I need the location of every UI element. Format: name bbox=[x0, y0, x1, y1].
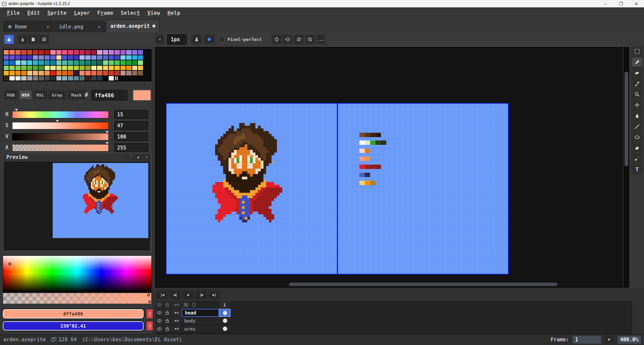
palette-swatch[interactable] bbox=[27, 76, 33, 81]
palette-swatch[interactable] bbox=[138, 65, 143, 71]
layer-cel[interactable] bbox=[219, 325, 231, 333]
palette-swatch[interactable] bbox=[120, 60, 126, 65]
new-doc-button[interactable] bbox=[28, 35, 38, 44]
save-button[interactable] bbox=[17, 35, 28, 44]
palette-swatch[interactable] bbox=[73, 76, 79, 81]
palette-swatch[interactable] bbox=[132, 55, 138, 60]
hex-color-input[interactable]: ffa486 bbox=[91, 90, 128, 101]
layer-row-head[interactable]: head bbox=[155, 309, 231, 317]
palette-swatch[interactable] bbox=[56, 50, 62, 55]
palette-swatch[interactable] bbox=[97, 65, 102, 71]
slider-marker[interactable] bbox=[56, 120, 59, 124]
palette-swatch[interactable] bbox=[126, 50, 132, 55]
palette-swatch[interactable] bbox=[85, 50, 91, 55]
no-symmetry-a-button[interactable] bbox=[294, 35, 304, 44]
palette-swatch[interactable] bbox=[15, 70, 21, 76]
palette-swatch[interactable] bbox=[97, 70, 102, 76]
palette-swatch[interactable] bbox=[15, 50, 21, 55]
palette-swatch[interactable] bbox=[85, 76, 91, 81]
palette-swatch[interactable] bbox=[79, 55, 85, 60]
palette-swatch[interactable] bbox=[73, 65, 79, 71]
header-eye-icon[interactable] bbox=[155, 301, 163, 309]
palette-swatch[interactable] bbox=[56, 76, 62, 81]
palette-swatch[interactable] bbox=[97, 50, 102, 55]
palette-swatch[interactable] bbox=[3, 55, 9, 60]
color-mode-gray[interactable]: Gray bbox=[48, 90, 66, 100]
tab-close-icon[interactable]: × bbox=[47, 24, 49, 30]
palette-swatch[interactable] bbox=[9, 70, 15, 76]
palette-swatch[interactable] bbox=[108, 55, 114, 60]
palette-swatch[interactable] bbox=[126, 70, 132, 76]
palette-swatch[interactable] bbox=[79, 76, 85, 81]
first-frame-button[interactable]: |◀ bbox=[156, 290, 168, 299]
palette-swatch[interactable] bbox=[126, 55, 132, 60]
slider-marker[interactable] bbox=[105, 142, 109, 146]
palette-swatch[interactable] bbox=[138, 55, 143, 60]
color-spectrum-picker[interactable] bbox=[3, 255, 152, 292]
palette-swatch[interactable] bbox=[73, 60, 79, 65]
tool-rectangular-marquee[interactable] bbox=[632, 46, 642, 56]
palette-swatch[interactable] bbox=[27, 55, 33, 60]
layer-visibility-icon[interactable] bbox=[155, 317, 163, 325]
color-mode-hsv[interactable]: HSV bbox=[19, 90, 32, 100]
header-settings-icon[interactable] bbox=[182, 301, 190, 309]
palette-swatch[interactable] bbox=[138, 60, 143, 65]
palette-swatch[interactable] bbox=[91, 50, 97, 55]
palette-swatch[interactable] bbox=[91, 65, 97, 71]
frame-add-button[interactable]: + bbox=[605, 335, 613, 344]
frame-number-input[interactable]: 1 bbox=[572, 335, 602, 344]
menu-item-view[interactable]: View bbox=[144, 9, 164, 17]
palette-swatch[interactable] bbox=[56, 60, 62, 65]
tool-ellipse[interactable] bbox=[632, 132, 642, 142]
layer-visibility-icon[interactable] bbox=[155, 325, 163, 333]
palette-swatch[interactable] bbox=[15, 76, 21, 81]
no-symmetry-b-button[interactable] bbox=[305, 35, 315, 44]
palette-swatch[interactable] bbox=[103, 50, 108, 55]
slider-marker[interactable] bbox=[105, 131, 109, 135]
palette-swatch[interactable] bbox=[67, 76, 73, 81]
close-button[interactable]: ✕ bbox=[629, 0, 644, 7]
palette-swatch[interactable] bbox=[38, 50, 44, 55]
palette-swatch[interactable] bbox=[97, 55, 102, 60]
palette-swatch[interactable] bbox=[56, 55, 62, 60]
tab-idle-png[interactable]: idle.png× bbox=[55, 21, 105, 32]
brush-shape-button[interactable] bbox=[155, 35, 164, 44]
palette-swatch[interactable] bbox=[138, 70, 143, 76]
tool-pencil[interactable] bbox=[632, 57, 642, 67]
palette-swatch[interactable] bbox=[126, 60, 132, 65]
slider-s-value[interactable]: 47 bbox=[114, 121, 148, 130]
header-lock-icon[interactable] bbox=[163, 301, 171, 309]
palette-swatch[interactable] bbox=[62, 70, 67, 76]
editor-viewport[interactable] bbox=[155, 47, 623, 288]
palette-swatch[interactable] bbox=[50, 50, 56, 55]
slider-s-track[interactable] bbox=[12, 122, 109, 129]
palette-swatch[interactable] bbox=[33, 70, 38, 76]
palette-swatch[interactable] bbox=[56, 65, 62, 71]
palette-swatch[interactable] bbox=[38, 60, 44, 65]
next-frame-button[interactable]: |▶ bbox=[195, 290, 207, 299]
layer-row-arms[interactable]: arms bbox=[155, 325, 231, 333]
palette-swatch[interactable] bbox=[114, 70, 120, 76]
palette-swatch[interactable] bbox=[103, 60, 108, 65]
palette-swatch[interactable] bbox=[62, 55, 67, 60]
palette-swatch[interactable] bbox=[85, 55, 91, 60]
palette-swatch[interactable] bbox=[108, 60, 114, 65]
layer-row-body[interactable]: body bbox=[155, 317, 231, 325]
palette-swatch[interactable] bbox=[56, 70, 62, 76]
palette-swatch[interactable] bbox=[79, 70, 85, 76]
palette-swatch[interactable] bbox=[85, 65, 91, 71]
symmetry-more-button[interactable]: ... bbox=[316, 35, 325, 44]
palette-swatch[interactable] bbox=[27, 60, 33, 65]
palette-swatch[interactable] bbox=[67, 55, 73, 60]
color-mode-rgb[interactable]: RGB bbox=[4, 90, 17, 100]
slider-v-track[interactable] bbox=[12, 133, 109, 140]
menu-item-help[interactable]: Help bbox=[164, 9, 184, 17]
palette-swatch[interactable] bbox=[21, 76, 27, 81]
palette-swatch[interactable] bbox=[21, 70, 27, 76]
frame-column-header[interactable]: 1 bbox=[219, 301, 231, 309]
palette-swatch[interactable] bbox=[120, 70, 126, 76]
header-onion-icon[interactable] bbox=[171, 301, 182, 309]
tool-zoom[interactable] bbox=[632, 89, 642, 99]
palette-swatch[interactable] bbox=[79, 60, 85, 65]
tool-paint-bucket[interactable] bbox=[632, 111, 642, 121]
